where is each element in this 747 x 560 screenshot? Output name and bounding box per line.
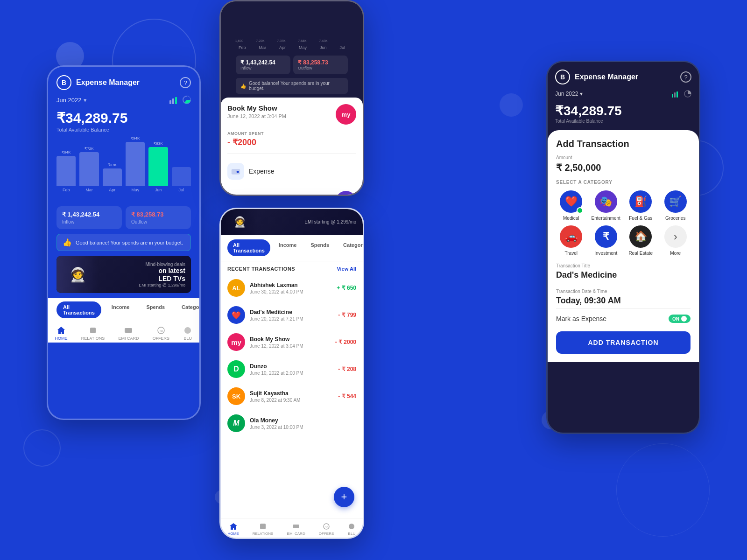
tab-spends-p3[interactable]: Spends bbox=[305, 239, 335, 256]
date-dunzo: June 10, 2022 at 2:00 PM bbox=[250, 371, 333, 376]
td-logo-text: my bbox=[342, 111, 351, 118]
category-groceries[interactable]: 🛒 Groceries bbox=[661, 190, 691, 221]
tab-all-transactions[interactable]: All Transactions bbox=[56, 301, 101, 318]
add-transaction-button[interactable]: ADD TRANSACTION bbox=[556, 331, 691, 354]
outflow-card: ₹ 83,258.73 Outflow bbox=[126, 206, 191, 229]
info-abhishek: Abhishek Laxman June 30, 2022 at 4:00 PM bbox=[250, 282, 332, 294]
period-label[interactable]: Jun 2022 ▾ bbox=[56, 97, 87, 104]
phone2-chart: 1,600 7.22K 7.37K 7.64K 7.43K bbox=[228, 6, 355, 43]
balance-banner: 👍 Good balance! Your spends are in your … bbox=[56, 234, 191, 251]
ad-banner[interactable]: 🧑‍🚀 Mind-blowing deals on latestLED TVs … bbox=[56, 256, 191, 293]
at-trans-title-value[interactable]: Dad's Medicine bbox=[556, 270, 691, 283]
nav-emi-card[interactable]: EMI CARD bbox=[118, 326, 139, 341]
add-transaction-panel: Add Transaction Amount ₹ 2,50,000 SELECT… bbox=[548, 130, 699, 362]
balance-section: ₹34,289.75 Total Available Balance bbox=[48, 106, 199, 136]
transaction-item-bookmyshow: my Book My Show June 12, 2022 at 3:04 PM… bbox=[221, 329, 363, 356]
fab-add[interactable]: + bbox=[334, 487, 354, 507]
p2-outflow-label: Outflow bbox=[298, 66, 343, 70]
phone3-tabs: All Transactions Income Spends Categorie… bbox=[221, 235, 363, 261]
date-abhishek: June 30, 2022 at 4:00 PM bbox=[250, 289, 332, 294]
blu-icon bbox=[183, 326, 192, 335]
ad-astronaut: 🧑‍🚀 bbox=[56, 256, 99, 293]
view-all-link[interactable]: View All bbox=[337, 266, 356, 272]
transaction-detail-card: Book My Show June 12, 2022 at 3:04 PM my… bbox=[221, 98, 363, 196]
period-icons bbox=[169, 96, 191, 104]
travel-label: Travel bbox=[565, 251, 578, 256]
real-estate-label: Real Estate bbox=[628, 251, 653, 256]
category-fuel[interactable]: ⛽ Fuel & Gas bbox=[626, 190, 656, 221]
td-merchant-logo: my bbox=[336, 104, 356, 125]
offers-icon: % bbox=[156, 326, 166, 335]
avatar-dunzo: D bbox=[227, 360, 245, 378]
category-travel[interactable]: 🚗 Travel bbox=[556, 225, 586, 256]
label-mar: Mar bbox=[85, 188, 93, 192]
entertainment-label: Entertainment bbox=[592, 216, 620, 221]
nav-offers[interactable]: % OFFERS bbox=[153, 326, 170, 341]
tab-income[interactable]: Income bbox=[105, 301, 136, 318]
p3-nav-blu[interactable]: BLU bbox=[347, 522, 356, 536]
fuel-icon: ⛽ bbox=[629, 190, 652, 213]
phone4-period[interactable]: Jun 2022▾ bbox=[555, 91, 583, 97]
pie-chart-icon[interactable] bbox=[183, 96, 191, 104]
groceries-icon: 🛒 bbox=[664, 190, 687, 213]
nav-home[interactable]: HOME bbox=[55, 326, 68, 341]
at-amount-label: Amount bbox=[556, 155, 691, 160]
label-apr: Apr bbox=[109, 188, 115, 192]
p3-nav-home[interactable]: HOME bbox=[228, 522, 239, 536]
bar-feb bbox=[56, 156, 76, 186]
fuel-label: Fuel & Gas bbox=[629, 216, 652, 221]
category-entertainment[interactable]: 🎭 Entertainment bbox=[591, 190, 621, 221]
nav-emi-label: EMI CARD bbox=[118, 336, 139, 341]
phone4-header: B Expense Manager ? bbox=[548, 62, 699, 89]
category-investment[interactable]: ₹ Investment bbox=[591, 225, 621, 256]
chart-bar-jul: Jul bbox=[172, 166, 191, 192]
p2-val-apr: 7.37K bbox=[277, 39, 285, 42]
help-icon[interactable]: ? bbox=[180, 77, 191, 88]
phone-middle-bottom: 🧑‍🚀 EMI starting @ 1,299/mo All Transact… bbox=[219, 208, 364, 539]
nav-blu[interactable]: BLU bbox=[183, 326, 192, 341]
home-icon bbox=[56, 326, 66, 335]
bar-chart-icon[interactable] bbox=[169, 96, 179, 104]
p2-flow: ₹ 1,43,242.54 Inflow ₹ 83,258.73 Outflow bbox=[228, 52, 355, 78]
nav-relations[interactable]: RELATIONS bbox=[81, 326, 105, 341]
svg-rect-12 bbox=[293, 525, 299, 528]
category-more[interactable]: › More bbox=[661, 225, 691, 256]
phone4-help-icon[interactable]: ? bbox=[680, 71, 691, 83]
td-tag-emoji: 🎭 bbox=[340, 196, 352, 196]
date-sujit: June 8, 2022 at 9:30 AM bbox=[250, 398, 333, 403]
p3-emi-icon bbox=[292, 522, 300, 531]
phone4-bar-icon[interactable] bbox=[672, 90, 680, 98]
category-real-estate[interactable]: 🏠 Real Estate bbox=[626, 225, 656, 256]
tab-categories-p3[interactable]: Categories bbox=[338, 239, 364, 256]
td-amount-label: AMOUNT SPENT bbox=[227, 131, 356, 136]
tab-spends[interactable]: Spends bbox=[140, 301, 171, 318]
phone-left: B Expense Manager ? Jun 2022 ▾ ₹34,289.7 bbox=[47, 65, 201, 420]
p3-nav-emi[interactable]: EMI CARD bbox=[287, 522, 305, 536]
outflow-label: Outflow bbox=[131, 219, 185, 224]
bar-mar bbox=[79, 152, 99, 186]
amount-dads: - ₹ 799 bbox=[338, 312, 356, 318]
svg-rect-16 bbox=[672, 94, 673, 98]
p3-nav-offers[interactable]: % OFFERS bbox=[319, 522, 334, 536]
name-ola: Ola Money bbox=[250, 417, 352, 424]
more-icon: › bbox=[664, 225, 687, 248]
tab-all-transactions-p3[interactable]: All Transactions bbox=[227, 239, 270, 256]
td-header: Book My Show June 12, 2022 at 3:04 PM my bbox=[227, 104, 356, 125]
p3-nav-relations[interactable]: RELATIONS bbox=[253, 522, 274, 536]
phone4-pie-icon[interactable] bbox=[684, 90, 691, 98]
expense-toggle[interactable]: ON bbox=[669, 315, 691, 323]
phone3-ad-strip: 🧑‍🚀 EMI starting @ 1,299/mo bbox=[221, 209, 363, 235]
svg-text:%: % bbox=[160, 329, 163, 333]
bar-jun bbox=[148, 147, 168, 186]
travel-icon: 🚗 bbox=[560, 225, 582, 248]
tab-income-p3[interactable]: Income bbox=[273, 239, 303, 256]
category-medical[interactable]: ❤️ Medical bbox=[556, 190, 586, 221]
svg-rect-0 bbox=[169, 100, 171, 104]
at-amount-value[interactable]: ₹ 2,50,000 bbox=[556, 162, 691, 173]
at-date-value[interactable]: Today, 09:30 AM bbox=[556, 296, 691, 309]
p2-month-apr: Apr bbox=[279, 45, 286, 50]
p3-offers-icon: % bbox=[322, 522, 331, 531]
tab-categories[interactable]: Categories bbox=[175, 301, 201, 318]
phone3-ad-text: EMI starting @ 1,299/mo bbox=[304, 219, 356, 224]
chart-bar-may: ₹94K May bbox=[126, 136, 145, 192]
